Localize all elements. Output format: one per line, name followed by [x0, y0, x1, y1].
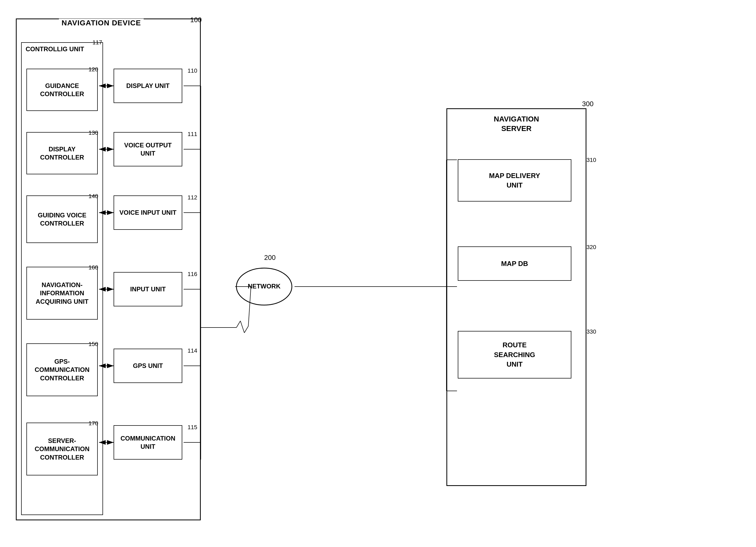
display-controller-label: DISPLAYCONTROLLER [40, 145, 84, 161]
svg-line-21 [240, 321, 244, 333]
input-unit-box: INPUT UNIT [114, 272, 182, 306]
display-controller-box: DISPLAYCONTROLLER [26, 132, 98, 174]
route-searching-unit-label: ROUTESEARCHINGUNIT [494, 340, 535, 369]
ctrl-unit-ref: 117 [92, 39, 102, 46]
svg-line-22 [244, 326, 248, 333]
voice-output-unit-ref: 111 [188, 131, 197, 138]
server-comm-controller-label: SERVER-COMMUNICATIONCONTROLLER [35, 437, 90, 461]
map-delivery-unit-box: MAP DELIVERYUNIT [458, 159, 571, 202]
gps-comm-controller-box: GPS-COMMUNICATIONCONTROLLER [26, 343, 98, 396]
display-unit-box: DISPLAY UNIT [114, 69, 182, 103]
nav-info-acquiring-label: NAVIGATION-INFORMATIONACQUIRING UNIT [36, 281, 88, 306]
guiding-voice-controller-label: GUIDING VOICECONTROLLER [38, 211, 86, 227]
comm-unit-label: COMMUNICATION UNIT [117, 434, 179, 451]
map-db-ref: 320 [586, 244, 596, 251]
voice-input-unit-box: VOICE INPUT UNIT [114, 195, 182, 230]
nav-server-ref: 300 [582, 100, 594, 108]
voice-output-unit-box: VOICE OUTPUT UNIT [114, 132, 182, 166]
map-db-box: MAP DB [458, 246, 571, 281]
server-comm-controller-box: SERVER-COMMUNICATIONCONTROLLER [26, 423, 98, 475]
display-unit-ref: 110 [188, 67, 197, 74]
comm-unit-ref: 115 [188, 424, 197, 431]
guiding-voice-ref: 140 [88, 193, 98, 200]
gps-unit-box: GPS UNIT [114, 349, 182, 383]
route-searching-unit-box: ROUTESEARCHINGUNIT [458, 331, 571, 378]
nav-server-label: NAVIGATIONSERVER [447, 114, 586, 134]
gps-comm-ref: 150 [88, 341, 98, 348]
svg-text:NETWORK: NETWORK [248, 283, 281, 290]
gps-unit-label: GPS UNIT [133, 362, 163, 370]
voice-output-unit-label: VOICE OUTPUT UNIT [117, 141, 179, 157]
network-ref: 200 [264, 254, 276, 262]
map-delivery-ref: 310 [586, 157, 596, 163]
input-unit-ref: 116 [188, 271, 197, 278]
gps-comm-controller-label: GPS-COMMUNICATIONCONTROLLER [35, 357, 90, 382]
guidance-ref: 120 [88, 66, 98, 73]
network-ellipse-svg: NETWORK [235, 267, 293, 306]
svg-line-20 [236, 321, 240, 328]
guidance-controller-box: GUIDANCECONTROLLER [26, 69, 98, 111]
nav-device-label: NAVIGATION DEVICE [59, 19, 144, 27]
voice-input-unit-label: VOICE INPUT UNIT [119, 208, 176, 217]
gps-unit-ref: 114 [188, 347, 197, 354]
voice-input-unit-ref: 112 [188, 194, 197, 201]
guidance-controller-label: GUIDANCECONTROLLER [40, 82, 84, 98]
route-searching-ref: 330 [586, 328, 596, 335]
nav-server-box: NAVIGATIONSERVER 300 MAP DELIVERYUNIT 31… [446, 108, 586, 486]
guiding-voice-controller-box: GUIDING VOICECONTROLLER [26, 195, 98, 243]
input-unit-label: INPUT UNIT [130, 285, 166, 293]
nav-info-ref: 160 [88, 264, 98, 271]
diagram-container: NAVIGATION DEVICE 100 CONTROLLIG UNIT 11… [11, 11, 745, 536]
nav-info-acquiring-box: NAVIGATION-INFORMATIONACQUIRING UNIT [26, 267, 98, 320]
comm-unit-box: COMMUNICATION UNIT [114, 425, 182, 460]
display-controller-ref: 130 [88, 129, 98, 136]
map-db-label: MAP DB [501, 259, 528, 268]
server-comm-ref: 170 [88, 420, 98, 427]
nav-device-ref: 100 [190, 16, 753, 24]
ctrl-unit-label: CONTROLLIG UNIT [26, 45, 84, 53]
map-delivery-unit-label: MAP DELIVERYUNIT [489, 171, 540, 190]
display-unit-label: DISPLAY UNIT [126, 82, 170, 90]
